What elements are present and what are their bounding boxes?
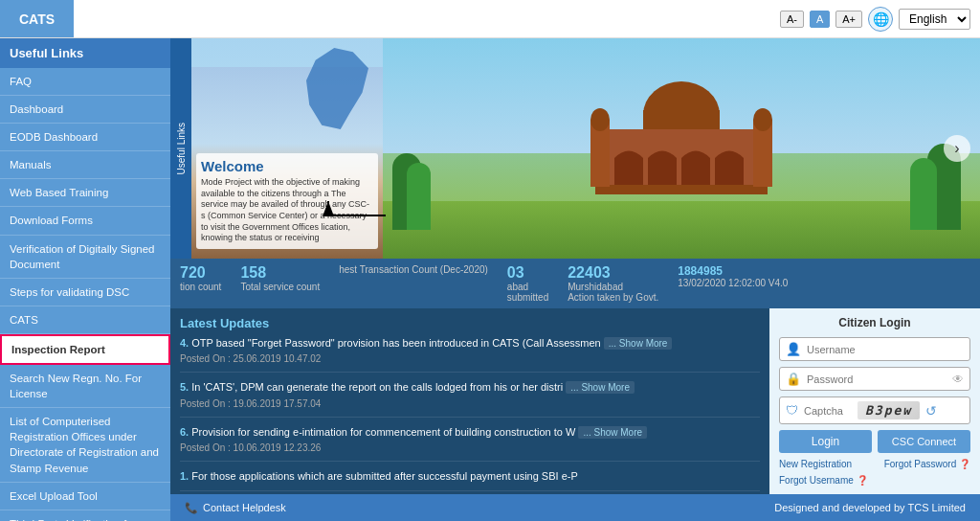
sidebar-item-cats[interactable]: CATS bbox=[0, 306, 170, 334]
cats-tab[interactable]: CATS bbox=[0, 0, 74, 37]
content-area: Useful Links Welcome Mode Project with t… bbox=[170, 38, 980, 521]
sidebar-item-dsc[interactable]: Steps for validating DSC bbox=[0, 279, 170, 306]
stat-22403: 22403 Murshidabad Action taken by Govt. bbox=[568, 264, 658, 303]
password-input[interactable] bbox=[807, 374, 947, 385]
stat-highest-count: hest Transaction Count (Dec-2020) bbox=[339, 264, 488, 303]
monument-svg bbox=[576, 81, 787, 206]
update-item-4: 4. OTP based "Forget Password" provision… bbox=[180, 336, 760, 373]
update-6-num: 6. bbox=[180, 426, 191, 438]
lock-icon: 🔒 bbox=[786, 372, 801, 386]
login-links: New Registration Forgot Password ❓ bbox=[779, 459, 970, 469]
sidebar-item-eodb[interactable]: EODB Dashboard bbox=[0, 124, 170, 151]
update-6-text: Provision for sending e-intimation for c… bbox=[191, 426, 575, 438]
forgot-username-link[interactable]: Forgot Username bbox=[779, 475, 854, 486]
language-select[interactable]: English Bengali bbox=[899, 9, 970, 30]
stat-highest-label: hest Transaction Count (Dec-2020) bbox=[339, 264, 488, 275]
sidebar: Useful Links FAQ Dashboard EODB Dashboar… bbox=[0, 38, 170, 521]
welcome-overlay: Welcome Mode Project with the objective … bbox=[196, 153, 378, 249]
login-buttons: Login CSC Connect bbox=[779, 430, 970, 453]
forgot-username-icon: ❓ bbox=[857, 475, 868, 486]
update-item-1: 1. For those applications which are subm… bbox=[180, 469, 760, 490]
stat-03: 03 abad submitted bbox=[507, 264, 548, 303]
helpdesk-label: Contact Helpdesk bbox=[203, 502, 286, 513]
tree-left2 bbox=[407, 163, 431, 230]
hero-section: Useful Links Welcome Mode Project with t… bbox=[170, 38, 980, 259]
phone-icon: 📞 bbox=[185, 502, 198, 514]
refresh-captcha-button[interactable]: ↺ bbox=[925, 403, 937, 419]
sidebar-title: Useful Links bbox=[0, 38, 170, 68]
shield-icon: 🛡 bbox=[786, 403, 798, 418]
update-4-show-more[interactable]: ... Show More bbox=[604, 337, 673, 350]
main-layout: Useful Links FAQ Dashboard EODB Dashboar… bbox=[0, 38, 980, 521]
stat-03-label: abad bbox=[507, 282, 548, 292]
stats-bar: 720 tion count 158 Total service count h… bbox=[170, 259, 980, 308]
login-button[interactable]: Login bbox=[779, 430, 872, 453]
update-5-show-more[interactable]: ... Show More bbox=[566, 381, 635, 394]
font-large-btn[interactable]: A+ bbox=[835, 11, 862, 28]
tree-right2 bbox=[910, 158, 937, 230]
login-panel: Citizen Login 👤 🔒 👁 🛡 B3pew ↺ bbox=[769, 308, 980, 494]
footer: 📞 Contact Helpdesk Designed and develope… bbox=[170, 494, 980, 521]
sidebar-item-download-forms[interactable]: Download Forms bbox=[0, 207, 170, 235]
svg-point-6 bbox=[590, 108, 610, 131]
welcome-title: Welcome bbox=[201, 158, 373, 174]
updates-panel: Latest Updates 4. OTP based "Forget Pass… bbox=[170, 308, 769, 494]
sidebar-item-verification[interactable]: Verification of Digitally Signed Documen… bbox=[0, 236, 170, 279]
globe-icon[interactable]: 🌐 bbox=[868, 7, 893, 32]
stat-large: 1884985 13/02/2020 12:02:00 V4.0 bbox=[678, 264, 788, 303]
forgot-password-link[interactable]: Forgot Password ❓ bbox=[884, 459, 970, 469]
helpdesk-link[interactable]: 📞 Contact Helpdesk bbox=[185, 502, 286, 514]
sidebar-item-inspection[interactable]: Inspection Report bbox=[0, 334, 170, 365]
grass bbox=[383, 201, 980, 259]
sidebar-item-web-training[interactable]: Web Based Training bbox=[0, 179, 170, 207]
update-1-text: For those applications which are submitt… bbox=[191, 470, 578, 482]
updates-title: Latest Updates bbox=[180, 316, 760, 330]
username-field-container: 👤 bbox=[779, 337, 970, 361]
font-medium-btn[interactable]: A bbox=[810, 11, 830, 28]
stat-158: 158 bbox=[240, 264, 320, 282]
svg-point-8 bbox=[753, 108, 772, 131]
eye-icon[interactable]: 👁 bbox=[952, 373, 964, 386]
forgot-password-icon: ❓ bbox=[959, 459, 970, 469]
useful-links-tab-label: Useful Links bbox=[176, 123, 187, 174]
bottom-content: Latest Updates 4. OTP based "Forget Pass… bbox=[170, 308, 980, 494]
hero-left: Welcome Mode Project with the objective … bbox=[191, 38, 383, 259]
stat-158-label: Total service count bbox=[240, 282, 320, 292]
sidebar-item-manuals[interactable]: Manuals bbox=[0, 151, 170, 179]
font-small-btn[interactable]: A- bbox=[780, 11, 804, 28]
stat-22403-label: Murshidabad bbox=[568, 282, 658, 292]
top-bar: CATS A- A A+ 🌐 English Bengali bbox=[0, 0, 980, 38]
hero-right: › bbox=[383, 38, 980, 259]
sidebar-item-faq[interactable]: FAQ bbox=[0, 68, 170, 96]
footer-credit: Designed and developed by TCS Limited bbox=[774, 502, 966, 513]
stat-date: 13/02/2020 12:02:00 V4.0 bbox=[678, 278, 788, 288]
sidebar-item-list-offices[interactable]: List of Computerised Registration Office… bbox=[0, 408, 170, 482]
stat-22403-num: 22403 bbox=[568, 264, 658, 282]
update-5-num: 5. bbox=[180, 381, 191, 393]
stat-720: 720 bbox=[180, 264, 221, 282]
hero-next-arrow[interactable]: › bbox=[944, 135, 970, 162]
update-1-num: 1. bbox=[180, 470, 191, 482]
new-registration-link[interactable]: New Registration bbox=[779, 459, 852, 469]
sidebar-item-dashboard[interactable]: Dashboard bbox=[0, 96, 170, 124]
user-icon: 👤 bbox=[786, 342, 801, 356]
update-5-text: In 'CATS', DPM can generate the report o… bbox=[191, 381, 563, 393]
csc-connect-button[interactable]: CSC Connect bbox=[878, 430, 970, 453]
update-6-posted: Posted On : 10.06.2019 12.23.26 bbox=[180, 442, 760, 455]
sidebar-item-search-regn[interactable]: Search New Regn. No. For License bbox=[0, 365, 170, 408]
cats-label: CATS bbox=[19, 11, 55, 27]
sidebar-item-excel[interactable]: Excel Upload Tool bbox=[0, 483, 170, 510]
sidebar-item-third-party[interactable]: Third Party Verification for Registratio… bbox=[0, 510, 170, 521]
update-4-text: OTP based "Forget Password" provision ha… bbox=[191, 337, 600, 349]
captcha-input[interactable] bbox=[804, 405, 852, 417]
svg-rect-2 bbox=[643, 110, 720, 129]
stat-720-label: tion count bbox=[180, 282, 221, 292]
captcha-image: B3pew bbox=[858, 401, 920, 419]
update-6-show-more[interactable]: ... Show More bbox=[578, 426, 647, 439]
update-4-posted: Posted On : 25.06.2019 10.47.02 bbox=[180, 352, 760, 366]
top-bar-right: A- A A+ 🌐 English Bengali bbox=[780, 7, 980, 32]
update-4-num: 4. bbox=[180, 337, 191, 349]
username-input[interactable] bbox=[807, 344, 964, 355]
update-5-posted: Posted On : 19.06.2019 17.57.04 bbox=[180, 397, 760, 411]
captcha-field-container: 🛡 B3pew ↺ bbox=[779, 396, 970, 424]
